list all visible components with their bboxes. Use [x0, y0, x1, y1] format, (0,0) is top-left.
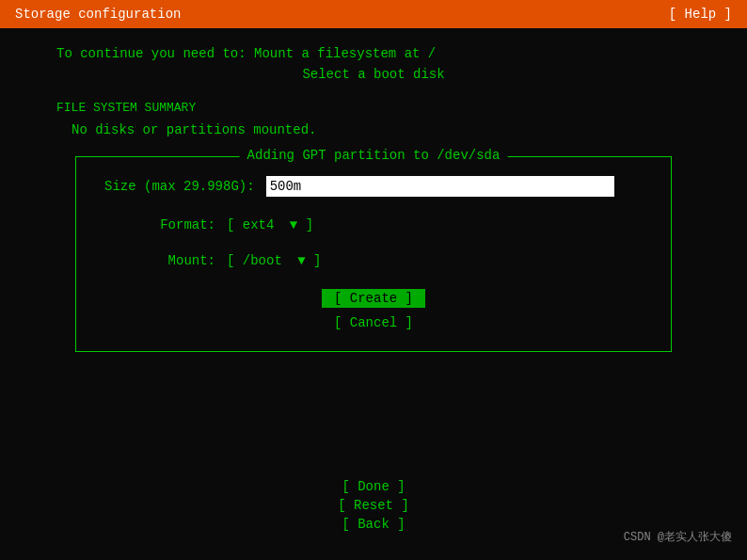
format-arrow: ▼ ]: [290, 217, 313, 232]
format-row: Format: [ ext4 ▼ ]: [104, 217, 643, 232]
main-content: To continue you need to: Mount a filesys…: [0, 28, 747, 367]
mount-arrow: ▼ ]: [297, 253, 321, 268]
mount-label: Mount:: [104, 253, 227, 268]
bottom-buttons: [ Done ] [ Reset ] [ Back ]: [322, 479, 425, 532]
buttons-area: [ Create ] [ Cancel ]: [104, 289, 643, 332]
filesystem-summary-label: FILE SYSTEM SUMMARY: [56, 101, 691, 115]
size-row: Size (max 29.998G):: [104, 176, 643, 197]
size-input[interactable]: [266, 176, 614, 197]
format-value: [ ext4: [227, 217, 274, 232]
reset-button[interactable]: [ Reset ]: [322, 498, 425, 513]
cancel-button[interactable]: [ Cancel ]: [322, 313, 425, 332]
header-title: Storage configuration: [15, 7, 181, 22]
instruction-line1: To continue you need to: Mount a filesys…: [56, 43, 691, 64]
done-button[interactable]: [ Done ]: [322, 479, 425, 494]
create-button[interactable]: [ Create ]: [322, 289, 425, 308]
no-disks-text: No disks or partitions mounted.: [72, 122, 691, 137]
format-label: Format:: [104, 217, 227, 232]
dialog-box: Adding GPT partition to /dev/sda Size (m…: [75, 156, 672, 352]
size-label: Size (max 29.998G):: [104, 179, 266, 194]
back-button[interactable]: [ Back ]: [322, 517, 425, 532]
instruction-text: To continue you need to: Mount a filesys…: [56, 43, 691, 86]
dialog-title: Adding GPT partition to /dev/sda: [240, 148, 508, 163]
instruction-line2: Select a boot disk: [56, 64, 691, 85]
mount-dropdown[interactable]: [ /boot ▼ ]: [227, 253, 321, 268]
help-button[interactable]: [ Help ]: [669, 7, 732, 22]
header-bar: Storage configuration [ Help ]: [0, 0, 747, 28]
watermark: CSDN @老实人张大傻: [624, 529, 732, 545]
mount-row: Mount: [ /boot ▼ ]: [104, 253, 643, 268]
format-dropdown[interactable]: [ ext4 ▼ ]: [227, 217, 313, 232]
mount-value: [ /boot: [227, 253, 282, 268]
